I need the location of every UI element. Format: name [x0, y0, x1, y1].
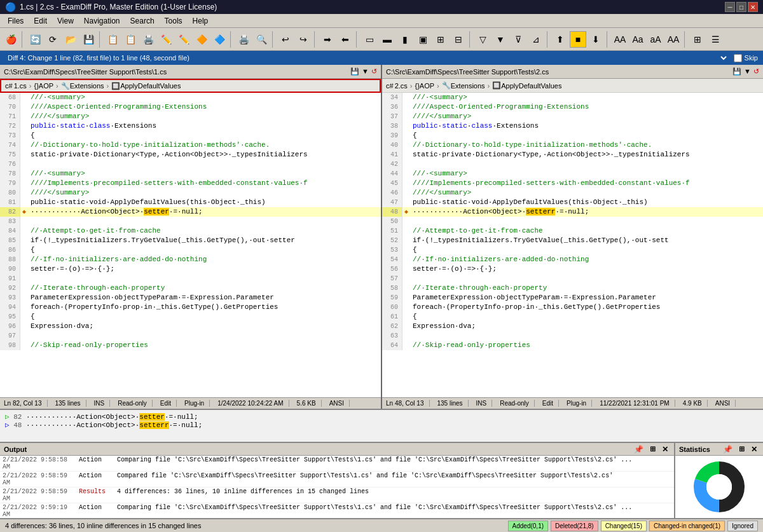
menu-edit[interactable]: Edit [29, 15, 52, 27]
menu-tools[interactable]: Tools [160, 15, 188, 27]
badge-ignored[interactable]: Ignored [727, 521, 758, 531]
stats-close-button[interactable]: ✕ [749, 445, 759, 454]
toolbar-print[interactable]: 🖨️ [140, 31, 156, 48]
menu-view[interactable]: View [52, 15, 79, 27]
left-bc-lang: c# [5, 82, 13, 90]
main-content: C:\Src\ExamDiff\Specs\TreeSitter Support… [0, 65, 763, 532]
toolbar-undo[interactable]: ↩ [277, 31, 294, 48]
separator-1 [22, 31, 24, 48]
left-refresh-icon[interactable]: ↺ [371, 67, 377, 76]
separator-4 [272, 31, 275, 48]
left-line-68: 68 ///·<summary> [0, 93, 381, 102]
toolbar-btn-f[interactable]: 🔷 [211, 31, 228, 48]
toolbar-btn-d[interactable]: ✏️ [175, 31, 192, 48]
output-close-button[interactable]: ✕ [660, 445, 670, 454]
right-code-scroll[interactable]: 34 ///·<summary> 36 ////Aspect·Oriented·… [382, 93, 763, 397]
toolbar-menu[interactable]: ☰ [707, 31, 724, 48]
toolbar-refresh[interactable]: 🔄 [27, 31, 43, 48]
menu-search[interactable]: Search [125, 15, 160, 27]
left-line-81: 81 public·static·void·ApplyDefaultValues… [0, 198, 381, 207]
right-bc-file[interactable]: 2.cs [395, 82, 408, 90]
output-pin-button[interactable]: 📌 [632, 445, 645, 454]
maximize-button[interactable]: □ [736, 2, 746, 12]
toolbar-box1[interactable]: ▭ [361, 31, 378, 48]
toolbar-btn-e[interactable]: 🔶 [193, 31, 210, 48]
stats-expand-button[interactable]: ⊞ [737, 445, 746, 454]
right-line-54: 54 //·If·no·initializers·are·added·do·no… [382, 255, 763, 264]
right-bc-aop[interactable]: AOP [420, 82, 434, 90]
left-bc-file[interactable]: 1.cs [14, 82, 27, 90]
left-dropdown-icon[interactable]: ▼ [362, 67, 369, 76]
close-button[interactable]: ✕ [748, 2, 758, 12]
right-status-bar: Ln 48, Col 13 135 lines INS Read-only Ed… [382, 397, 763, 409]
toolbar-aa1[interactable]: AA [612, 31, 628, 48]
right-code-area[interactable]: 34 ///·<summary> 36 ////Aspect·Oriented·… [382, 93, 763, 397]
window-controls[interactable]: ─ □ ✕ [725, 2, 758, 12]
output-content[interactable]: 2/21/2022 9:58:58 AM Action Comparing fi… [0, 456, 674, 518]
toolbar-search[interactable]: 🔍 [253, 31, 270, 48]
menu-files[interactable]: Files [3, 15, 29, 27]
right-line-47: 47 public·static·void·ApplyDefaultValues… [382, 198, 763, 207]
toolbar-filter2[interactable]: ▼ [492, 31, 509, 48]
right-line-39: 39 { [382, 131, 763, 140]
toolbar-filter4[interactable]: ⊿ [528, 31, 544, 48]
toolbar-box3[interactable]: ▮ [397, 31, 413, 48]
right-refresh-icon[interactable]: ↺ [753, 67, 759, 76]
diff-selector[interactable]: Diff 4: Change 1 line (82, first file) t… [5, 53, 729, 62]
toolbar-folder-open[interactable]: 📂 [62, 31, 79, 48]
right-dropdown-icon[interactable]: ▼ [744, 67, 751, 76]
toolbar-box5[interactable]: ⊞ [432, 31, 449, 48]
left-code-area[interactable]: 68 ///·<summary> 70 ////Aspect·Oriented·… [0, 93, 381, 397]
left-bc-aop[interactable]: AOP [39, 82, 53, 90]
skip-checkbox[interactable] [734, 54, 742, 62]
output-row-4: 2/21/2022 9:59:19 AM Action Comparing fi… [0, 503, 674, 518]
left-status-edit: Edit [160, 400, 177, 407]
toolbar-arrow-right[interactable]: ➡ [319, 31, 336, 48]
output-expand-button[interactable]: ⊞ [648, 445, 657, 454]
left-code-scroll[interactable]: 68 ///·<summary> 70 ////Aspect·Oriented·… [0, 93, 381, 397]
badge-changed-in-changed[interactable]: Changed-in changed(1) [649, 521, 725, 531]
left-bc-method[interactable]: ApplyDefaultValues [120, 82, 181, 90]
badge-deleted[interactable]: Deleted(21,8) [551, 521, 598, 531]
toolbar-save[interactable]: 💾 [80, 31, 97, 48]
right-line-53: 53 { [382, 245, 763, 255]
left-line-83: 83 [0, 217, 381, 226]
toolbar-box2[interactable]: ▬ [379, 31, 395, 48]
badge-changed[interactable]: Changed(15) [601, 521, 647, 531]
left-save-icon[interactable]: 💾 [350, 67, 359, 76]
toolbar-aa4[interactable]: AA [665, 31, 682, 48]
toolbar-sync[interactable]: ⟳ [45, 31, 61, 48]
toolbar-redo[interactable]: ↪ [295, 31, 312, 48]
toolbar-down[interactable]: ⬇ [588, 31, 604, 48]
right-status-readonly: Read-only [500, 400, 535, 407]
toolbar-btn-c[interactable]: ✏️ [158, 31, 174, 48]
left-line-97: 97 [0, 331, 381, 341]
stats-pin-button[interactable]: 📌 [721, 445, 734, 454]
right-bc-method[interactable]: ApplyDefaultValues [501, 82, 561, 90]
right-bc-ext[interactable]: Extensions [451, 82, 485, 90]
toolbar-filter1[interactable]: ▽ [474, 31, 491, 48]
right-save-icon[interactable]: 💾 [732, 67, 741, 76]
toolbar-btn-1[interactable]: 🍎 [3, 31, 19, 48]
menu-navigation[interactable]: Navigation [79, 15, 125, 27]
toolbar-box4[interactable]: ▣ [415, 31, 431, 48]
menu-help[interactable]: Help [188, 15, 214, 27]
minimize-button[interactable]: ─ [725, 2, 735, 12]
toolbar-arrow-left[interactable]: ⬅ [337, 31, 354, 48]
toolbar-yellow-box[interactable]: ■ [570, 31, 586, 48]
left-path-icons: 💾 ▼ ↺ [350, 67, 377, 76]
right-bc-lang: c# [386, 82, 394, 90]
toolbar-btn-a[interactable]: 📋 [104, 31, 121, 48]
toolbar-box6[interactable]: ⊟ [450, 31, 467, 48]
toolbar-aa2[interactable]: Aa [629, 31, 646, 48]
toolbar-btn-b[interactable]: 📋 [122, 31, 139, 48]
toolbar-filter3[interactable]: ⊽ [510, 31, 526, 48]
left-bc-ext[interactable]: Extensions [70, 82, 104, 90]
toolbar-up[interactable]: ⬆ [552, 31, 568, 48]
toolbar-print2[interactable]: 🖨️ [235, 31, 252, 48]
left-line-72: 72 public·static·class·Extensions [0, 121, 381, 131]
output-action-1: Action [79, 456, 117, 470]
toolbar-grid[interactable]: ⊞ [689, 31, 706, 48]
toolbar-aa3[interactable]: aA [647, 31, 664, 48]
badge-added[interactable]: Added(0,1) [508, 521, 548, 531]
